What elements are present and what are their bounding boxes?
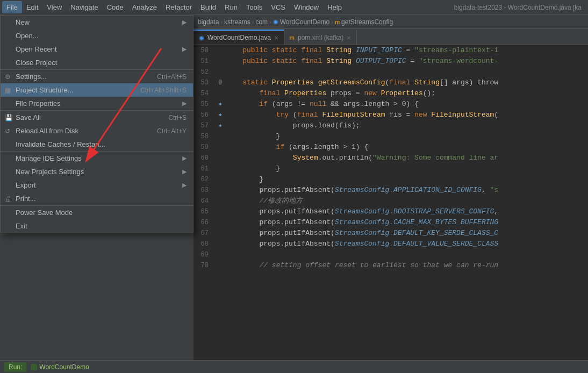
submenu-arrow-newproj: ▶ bbox=[182, 168, 187, 175]
tab-close-pom[interactable]: ✕ bbox=[347, 35, 351, 41]
menu-vcs[interactable]: VCS bbox=[267, 1, 290, 13]
menu-item-exit[interactable]: Exit bbox=[1, 219, 193, 233]
menu-item-open-recent[interactable]: Open Recent ▶ bbox=[1, 42, 193, 56]
code-line-67: 67 props.putIfAbsent(StreamsConfig.DEFAU… bbox=[193, 228, 588, 239]
code-editor[interactable]: 50 public static final String INPUT_TOPI… bbox=[193, 45, 588, 360]
code-line-63: 63 props.putIfAbsent(StreamsConfig.APPLI… bbox=[193, 185, 588, 196]
menu-item-settings[interactable]: ⚙ Settings... Ctrl+Alt+S bbox=[1, 69, 193, 83]
menu-item-power-save[interactable]: Power Save Mode bbox=[1, 205, 193, 219]
menu-item-manage-ide[interactable]: Manage IDE Settings ▶ bbox=[1, 151, 193, 165]
code-line-62: 62 } bbox=[193, 174, 588, 185]
method-icon: m bbox=[335, 19, 340, 25]
menu-view[interactable]: View bbox=[42, 1, 66, 13]
code-line-54: 54 final Properties props = new Properti… bbox=[193, 88, 588, 99]
word-count-demo-icon: ◉ bbox=[273, 18, 278, 25]
tab-label-wordcount: WordCountDemo.java bbox=[207, 34, 271, 41]
code-line-56: 56 ◆ try (final FileInputStream fis = ne… bbox=[193, 110, 588, 120]
breadcrumb-bigdata[interactable]: bigdata bbox=[198, 18, 219, 26]
window-title: bigdata-test2023 - WordCountDemo.java [k… bbox=[454, 4, 586, 11]
menu-item-new[interactable]: New ▶ bbox=[1, 16, 193, 29]
tab-wordcountdemo[interactable]: ◉ WordCountDemo.java ✕ bbox=[193, 30, 284, 45]
java-file-icon: ◉ bbox=[199, 34, 204, 41]
menu-item-export[interactable]: Export ▶ bbox=[1, 178, 193, 192]
run-icon bbox=[31, 364, 37, 370]
code-line-59: 59 if (args.length > 1) { bbox=[193, 142, 588, 153]
menu-tools[interactable]: Tools bbox=[242, 1, 267, 13]
print-icon: 🖨 bbox=[5, 195, 11, 203]
submenu-arrow-new: ▶ bbox=[182, 19, 187, 26]
editor-area: bigdata › kstreams › com › ◉ WordCountDe… bbox=[193, 15, 588, 360]
menu-window[interactable]: Window bbox=[290, 1, 323, 13]
code-line-53: 53 @ static Properties getStreamsConfig(… bbox=[193, 77, 588, 88]
code-line-64: 64 //修改的地方 bbox=[193, 196, 588, 206]
tab-close-wordcount[interactable]: ✕ bbox=[274, 35, 278, 41]
menu-item-save-all[interactable]: 💾 Save All Ctrl+S bbox=[1, 110, 193, 124]
file-dropdown-menu: New ▶ Open... Open Recent ▶ Close Projec… bbox=[0, 15, 193, 233]
gear-icon: ⚙ bbox=[5, 73, 11, 81]
status-bar: Run: WordCountDemo bbox=[0, 360, 588, 373]
menu-item-print[interactable]: 🖨 Print... bbox=[1, 192, 193, 205]
submenu-arrow-recent: ▶ bbox=[182, 46, 187, 53]
file-menu-popup: New ▶ Open... Open Recent ▶ Close Projec… bbox=[0, 15, 193, 233]
menu-item-invalidate[interactable]: Invalidate Caches / Restart... bbox=[1, 138, 193, 151]
code-line-52: 52 bbox=[193, 67, 588, 77]
breadcrumb-wordcountdemo[interactable]: WordCountDemo bbox=[280, 18, 329, 26]
code-line-55: 55 ◆ if (args != null && args.length > 0… bbox=[193, 99, 588, 110]
code-line-51: 51 public static final String OUTPUT_TOP… bbox=[193, 56, 588, 67]
submenu-arrow-props: ▶ bbox=[182, 100, 187, 107]
menu-refactor[interactable]: Refactor bbox=[161, 1, 196, 13]
code-line-57: 57 ◆ props.load(fis); bbox=[193, 120, 588, 131]
menu-item-new-projects[interactable]: New Projects Settings ▶ bbox=[1, 165, 193, 178]
menu-navigate[interactable]: Navigate bbox=[66, 1, 102, 13]
menu-item-close-project[interactable]: Close Project bbox=[1, 56, 193, 69]
menu-run[interactable]: Run bbox=[220, 1, 242, 13]
breadcrumb-com[interactable]: com bbox=[255, 18, 268, 26]
tab-pom-xml[interactable]: m pom.xml (kafka) ✕ bbox=[284, 31, 357, 45]
menu-item-reload[interactable]: ↺ Reload All from Disk Ctrl+Alt+Y bbox=[1, 124, 193, 138]
code-line-61: 61 } bbox=[193, 163, 588, 174]
run-item-label: WordCountDemo bbox=[31, 363, 89, 371]
xml-file-icon: m bbox=[290, 34, 295, 41]
tab-label-pom: pom.xml (kafka) bbox=[298, 34, 343, 41]
menu-help[interactable]: Help bbox=[323, 1, 346, 13]
menubar: File Edit View Navigate Code Analyze Ref… bbox=[0, 0, 588, 15]
code-line-68: 68 props.putIfAbsent(StreamsConfig.DEFAU… bbox=[193, 239, 588, 249]
code-line-69: 69 bbox=[193, 249, 588, 260]
menu-file[interactable]: File bbox=[2, 1, 22, 13]
breadcrumb-kstreams[interactable]: kstreams bbox=[224, 18, 250, 26]
code-line-58: 58 } bbox=[193, 131, 588, 142]
editor-tabs: ◉ WordCountDemo.java ✕ m pom.xml (kafka)… bbox=[193, 29, 588, 45]
submenu-arrow-export: ▶ bbox=[182, 182, 187, 189]
menu-code[interactable]: Code bbox=[103, 1, 128, 13]
menu-item-file-properties[interactable]: File Properties ▶ bbox=[1, 97, 193, 110]
run-label: Run: bbox=[4, 362, 26, 372]
code-line-50: 50 public static final String INPUT_TOPI… bbox=[193, 45, 588, 56]
reload-icon: ↺ bbox=[5, 127, 10, 135]
menu-item-open[interactable]: Open... bbox=[1, 29, 193, 42]
code-line-65: 65 props.putIfAbsent(StreamsConfig.BOOTS… bbox=[193, 206, 588, 217]
code-line-70: 70 // setting offset reset to earliest s… bbox=[193, 260, 588, 271]
run-item-name: WordCountDemo bbox=[39, 363, 89, 371]
save-icon: 💾 bbox=[5, 114, 13, 121]
submenu-arrow-ide: ▶ bbox=[182, 155, 187, 162]
menu-edit[interactable]: Edit bbox=[22, 1, 42, 13]
code-line-60: 60 System.out.println("Warning: Some com… bbox=[193, 153, 588, 163]
project-icon: ▦ bbox=[5, 87, 11, 94]
menu-analyze[interactable]: Analyze bbox=[128, 1, 161, 13]
code-line-66: 66 props.putIfAbsent(StreamsConfig.CACHE… bbox=[193, 217, 588, 228]
menu-build[interactable]: Build bbox=[196, 1, 220, 13]
menu-item-project-structure[interactable]: ▦ Project Structure... Ctrl+Alt+Shift+S bbox=[1, 83, 193, 97]
breadcrumb-method[interactable]: getStreamsConfig bbox=[341, 18, 393, 26]
breadcrumb-bar: bigdata › kstreams › com › ◉ WordCountDe… bbox=[193, 15, 588, 29]
